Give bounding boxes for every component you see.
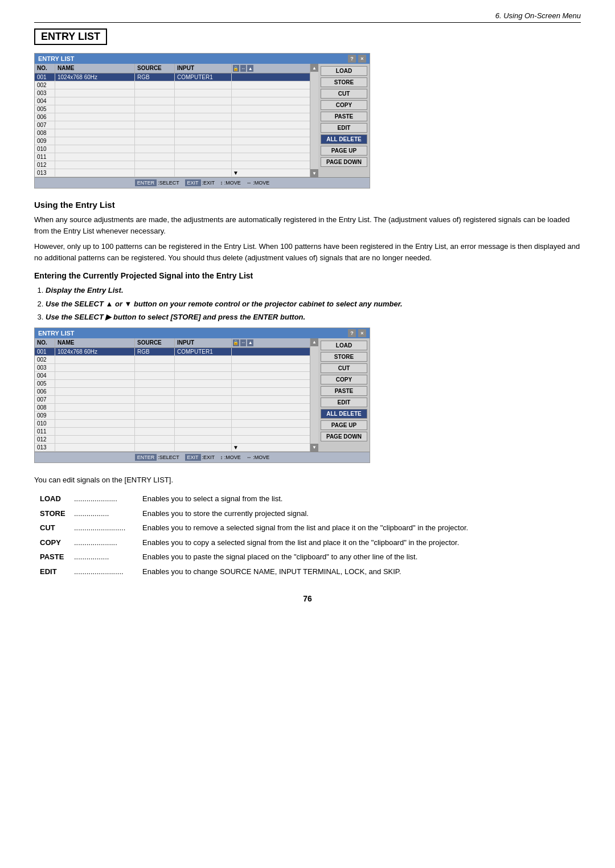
lock-icon: 🔒 [233,65,239,72]
scroll-track [310,72,318,169]
table-row[interactable]: 007 [35,121,310,129]
page-down-button-2[interactable]: PAGE DOWN [321,432,367,441]
scroll-up-btn[interactable]: ▲ [310,64,318,72]
cut-button-2[interactable]: CUT [321,363,367,373]
copy-button-1[interactable]: COPY [321,100,367,110]
page-header: 6. Using On-Screen Menu [34,11,581,23]
entry-list-title-label-2: ENTRY LIST [38,330,75,337]
desc-edit-val: Enables you to change SOURCE NAME, INPUT… [142,566,581,578]
page-up-button-2[interactable]: PAGE UP [321,420,367,430]
titlebar-icons-2: ? × [348,329,366,337]
table-row[interactable]: 008 [35,129,310,137]
table-row[interactable]: 013▼ [35,444,310,452]
cut-button-1[interactable]: CUT [321,89,367,99]
desc-store-dots: ................. [74,508,142,519]
col-name-2: NAME [55,338,135,347]
table-row[interactable]: 011 [35,153,310,161]
desc-paste-dots: ................. [74,551,142,563]
table-row-2[interactable]: 001 1024x768 60Hz RGB COMPUTER1 [35,348,310,356]
table-row[interactable]: 009 [35,412,310,420]
all-delete-button-1[interactable]: ALL DELETE [321,134,367,144]
page-up-button-1[interactable]: PAGE UP [321,146,367,155]
table-row[interactable]: 006 [35,113,310,121]
table-row[interactable]: 006 [35,388,310,396]
scroll-down-btn[interactable]: ▼ [310,169,318,177]
table-row[interactable]: 012 [35,436,310,444]
table-row[interactable]: 002 [35,356,310,364]
load-button-2[interactable]: LOAD [321,341,367,350]
help-icon[interactable]: ? [348,55,356,63]
table-row[interactable]: 012 [35,161,310,169]
entry-list-content-1: NO. NAME SOURCE INPUT 🔒 ↔ ▲ 001 1024x768… [35,64,370,177]
desc-load-dots: ..................... [74,493,142,505]
desc-edit-dots: ........................ [74,566,142,578]
page-down-button-1[interactable]: PAGE DOWN [321,157,367,167]
entry-list-titlebar-2: ENTRY LIST ? × [35,328,370,338]
entry-list-buttons-1: LOAD STORE CUT COPY PASTE EDIT ALL DELET… [318,64,370,177]
table-row[interactable]: 003 [35,364,310,372]
entry-list-footer-2: ENTER:SELECT EXIT:EXIT ↕ :MOVE ↔ :MOVE [35,452,370,462]
col-input: INPUT [175,64,232,73]
table-row[interactable]: 008 [35,404,310,412]
desc-copy-key: COPY [40,537,74,548]
col-source: SOURCE [135,64,175,73]
desc-cut-dots: ......................... [74,522,142,534]
using-entry-list-para1: When any source adjustments are made, th… [34,214,581,236]
load-button-1[interactable]: LOAD [321,66,367,76]
close-icon[interactable]: × [358,55,366,63]
entry-list-buttons-2: LOAD STORE CUT COPY PASTE EDIT ALL DELET… [318,338,370,452]
entering-steps-list: Display the Entry List. Use the SELECT ▲… [46,285,581,323]
col-no-2: NO. [35,338,55,347]
col-no: NO. [35,64,55,73]
desc-paste-val: Enables you to paste the signal placed o… [142,551,581,563]
desc-store-val: Enables you to store the currently proje… [142,508,581,519]
table-row[interactable]: 005 [35,380,310,388]
table-row[interactable]: 001 1024x768 60Hz RGB COMPUTER1 [35,73,310,81]
entry-list-content-2: NO. NAME SOURCE INPUT 🔒 ↔ ▲ 001 1024x768… [35,338,370,452]
table-row[interactable]: 010 [35,420,310,428]
table-row[interactable]: 010 [35,145,310,153]
edit-button-1[interactable]: EDIT [321,123,367,133]
col-source-2: SOURCE [135,338,175,347]
table-row[interactable]: 002 [35,81,310,89]
edit-button-2[interactable]: EDIT [321,398,367,407]
entry-list-title-label: ENTRY LIST [38,55,75,62]
desc-edit-key: EDIT [40,566,74,578]
copy-button-2[interactable]: COPY [321,375,367,384]
table-row[interactable]: 003 [35,89,310,97]
scroll-down-btn-2[interactable]: ▼ [310,444,318,452]
help-icon-2[interactable]: ? [348,329,356,337]
step-3: Use the SELECT ▶ button to select [STORE… [46,312,581,323]
table-row[interactable]: 004 [35,97,310,105]
enter-key: ENTER [135,179,157,186]
close-icon-2[interactable]: × [358,329,366,337]
table-row[interactable]: 011 [35,428,310,436]
table-row[interactable]: 005 [35,105,310,113]
desc-edit: EDIT ........................ Enables yo… [40,566,581,578]
store-button-1[interactable]: STORE [321,77,367,87]
entry-list-table-1: NO. NAME SOURCE INPUT 🔒 ↔ ▲ 001 1024x768… [35,64,310,177]
paste-button-2[interactable]: PASTE [321,386,367,396]
paste-button-1[interactable]: PASTE [321,112,367,121]
desc-load: LOAD ..................... Enables you t… [40,493,581,505]
table-row[interactable]: 009 [35,137,310,145]
scroll-up-icon-2[interactable]: ▲ [247,339,253,346]
col-flags: 🔒 ↔ ▲ [232,64,255,73]
exit-key-2: EXIT [185,454,201,461]
table-row[interactable]: 007 [35,396,310,404]
table-header: NO. NAME SOURCE INPUT 🔒 ↔ ▲ [35,64,310,73]
scroll-up-icon[interactable]: ▲ [247,65,253,72]
desc-load-key: LOAD [40,493,74,505]
skip-icon: ↔ [240,65,247,72]
desc-store-key: STORE [40,508,74,519]
table-row[interactable]: 004 [35,372,310,380]
step-2: Use the SELECT ▲ or ▼ button on your rem… [46,298,581,310]
entry-list-title: ENTRY LIST [34,28,107,45]
titlebar-icons: ? × [348,55,366,63]
scroll-up-btn-2[interactable]: ▲ [310,338,318,346]
store-button-2[interactable]: STORE [321,352,367,362]
all-delete-button-2[interactable]: ALL DELETE [321,409,367,419]
skip-icon-2: ↔ [240,339,247,346]
table-row[interactable]: 013▼ [35,169,310,177]
desc-cut: CUT ......................... Enables yo… [40,522,581,534]
